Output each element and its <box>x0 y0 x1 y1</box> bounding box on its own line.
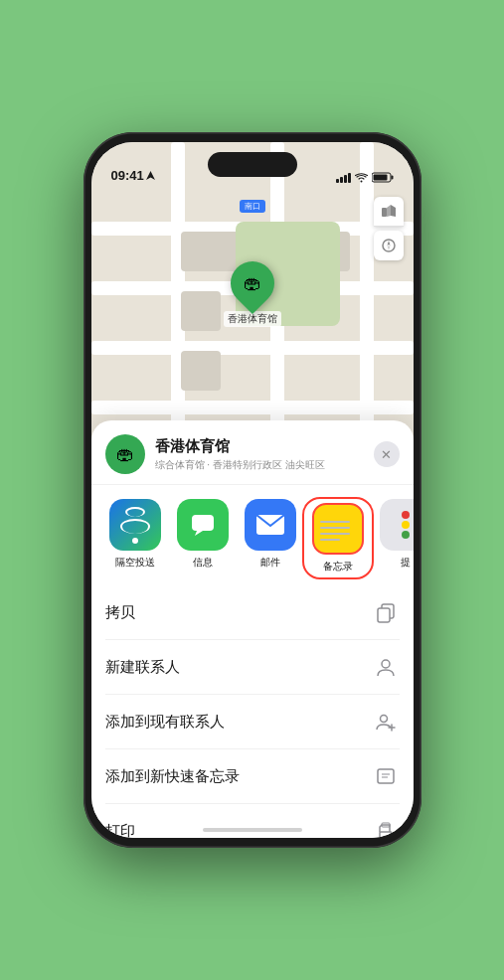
add-contact-icon <box>372 708 400 735</box>
airdrop-label: 隔空投送 <box>115 556 155 570</box>
airdrop-icon <box>109 499 161 551</box>
map-controls[interactable] <box>374 197 404 260</box>
more-label: 提 <box>401 556 411 570</box>
location-icon <box>146 171 155 180</box>
svg-rect-3 <box>391 176 393 180</box>
quick-note-icon <box>372 762 400 790</box>
venue-info: 香港体育馆 综合体育馆 · 香港特别行政区 油尖旺区 <box>155 437 364 472</box>
mail-icon <box>255 514 285 536</box>
svg-rect-15 <box>378 608 390 622</box>
menu-item-copy-label: 拷贝 <box>105 603 135 622</box>
mail-icon-bg <box>245 499 296 551</box>
venue-icon: 🏟 <box>105 434 145 474</box>
map-entrance-label: 南口 <box>240 200 265 213</box>
home-indicator <box>203 828 302 832</box>
notes-icon-bg <box>312 503 364 555</box>
notes-label: 备忘录 <box>323 560 353 573</box>
menu-item-add-contact-label: 添加到现有联系人 <box>105 713 225 732</box>
action-mail[interactable]: 邮件 <box>237 499 304 570</box>
message-icon-bg <box>177 499 229 551</box>
status-time: 09:41 <box>111 168 155 183</box>
dynamic-island <box>208 152 297 177</box>
menu-item-print[interactable]: 打印 <box>105 804 400 838</box>
venue-name: 香港体育馆 <box>155 437 364 456</box>
bottom-sheet: 🏟 香港体育馆 综合体育馆 · 香港特别行政区 油尖旺区 ✕ <box>91 420 414 838</box>
phone-shell: 09:41 <box>84 132 421 848</box>
phone-screen: 09:41 <box>91 142 414 838</box>
map-type-button[interactable] <box>374 197 404 227</box>
new-contact-icon <box>372 653 400 681</box>
signal-bars <box>336 173 351 183</box>
svg-rect-4 <box>373 175 387 181</box>
wifi-icon <box>355 173 368 183</box>
copy-icon <box>372 598 400 626</box>
venue-subtitle: 综合体育馆 · 香港特别行政区 油尖旺区 <box>155 458 364 472</box>
menu-item-print-label: 打印 <box>105 822 135 839</box>
menu-item-quick-note-label: 添加到新快速备忘录 <box>105 767 240 786</box>
message-icon <box>189 511 217 539</box>
svg-marker-7 <box>391 205 396 217</box>
svg-marker-10 <box>387 245 390 250</box>
mail-label: 邮件 <box>260 556 280 570</box>
message-label: 信息 <box>193 556 213 570</box>
svg-point-17 <box>380 716 387 723</box>
svg-marker-6 <box>387 205 391 217</box>
svg-rect-20 <box>378 769 394 783</box>
svg-rect-23 <box>380 832 392 838</box>
menu-item-new-contact-label: 新建联系人 <box>105 658 180 677</box>
action-airdrop[interactable]: 隔空投送 <box>101 499 169 570</box>
status-icons <box>336 172 394 183</box>
svg-point-16 <box>382 660 390 668</box>
svg-marker-9 <box>387 241 390 245</box>
menu-item-copy[interactable]: 拷贝 <box>105 585 400 640</box>
menu-item-new-contact[interactable]: 新建联系人 <box>105 640 400 695</box>
svg-point-25 <box>390 833 392 835</box>
time-display: 09:41 <box>111 168 144 183</box>
svg-rect-5 <box>382 208 387 217</box>
battery-icon <box>372 172 394 183</box>
menu-item-quick-note[interactable]: 添加到新快速备忘录 <box>105 749 400 804</box>
svg-point-1 <box>360 180 362 182</box>
action-notes[interactable]: 备忘录 <box>304 499 372 577</box>
location-button[interactable] <box>374 231 404 260</box>
menu-list: 拷贝 新建联系人 <box>91 585 414 838</box>
more-icon-bg <box>380 499 414 551</box>
svg-rect-11 <box>192 515 214 531</box>
menu-item-add-contact[interactable]: 添加到现有联系人 <box>105 695 400 749</box>
svg-marker-12 <box>195 531 203 536</box>
svg-marker-0 <box>146 171 155 180</box>
action-message[interactable]: 信息 <box>169 499 237 570</box>
close-button[interactable]: ✕ <box>374 441 400 467</box>
sheet-header: 🏟 香港体育馆 综合体育馆 · 香港特别行政区 油尖旺区 ✕ <box>91 420 414 485</box>
print-icon <box>372 817 400 838</box>
compass-icon <box>382 239 396 252</box>
location-pin: 🏟 香港体育馆 <box>224 261 281 327</box>
map-icon <box>381 204 397 220</box>
actions-row: 隔空投送 信息 <box>91 485 414 585</box>
action-more[interactable]: 提 <box>372 499 414 570</box>
